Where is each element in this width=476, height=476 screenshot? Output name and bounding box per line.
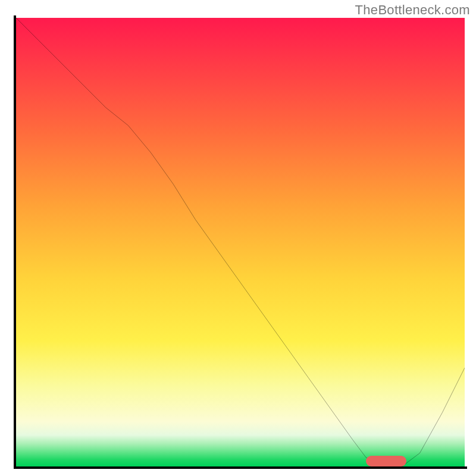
bottleneck-curve — [16, 18, 465, 466]
optimal-range-marker — [366, 456, 406, 466]
attribution-link[interactable]: TheBottleneck.com — [355, 2, 470, 18]
bottleneck-chart — [16, 18, 465, 466]
